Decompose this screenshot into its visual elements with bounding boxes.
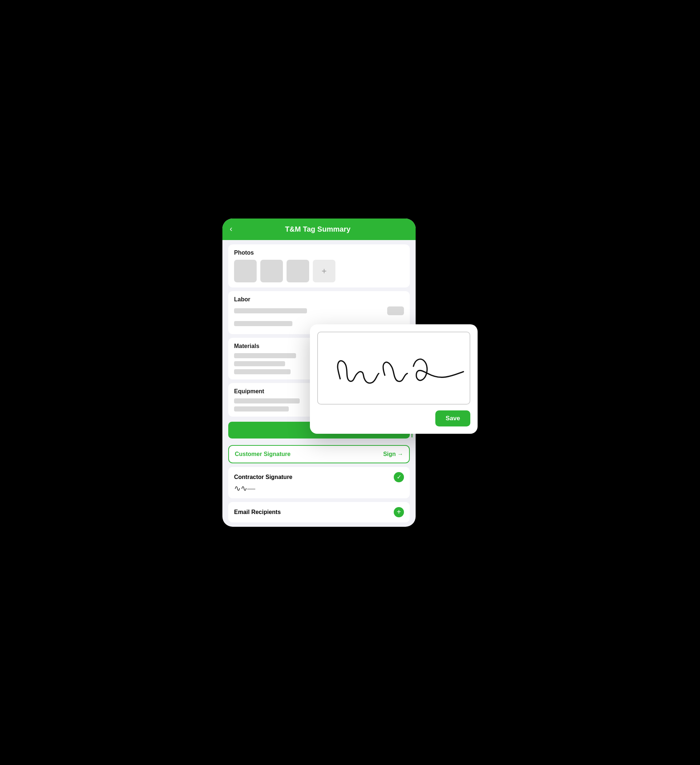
scene: ‹ T&M Tag Summary Photos + Labor [222,219,478,547]
email-add-icon[interactable]: + [394,507,404,517]
phone-header: ‹ T&M Tag Summary [222,219,416,240]
customer-signature-row[interactable]: Customer Signature Sign → [228,445,410,463]
save-button-container: Save [317,411,470,427]
photos-row: + [234,260,404,282]
labor-row-1 [234,307,404,318]
materials-skeleton-2 [234,361,285,366]
photos-title: Photos [234,250,404,256]
photo-thumb-2[interactable] [260,260,283,282]
email-recipients-row[interactable]: Email Recipients + [228,502,410,523]
labor-title: Labor [234,296,404,303]
equipment-skeleton-2 [234,406,289,411]
photos-section: Photos + [228,244,410,288]
customer-sign-button[interactable]: Sign → [383,451,403,458]
contractor-check-icon: ✓ [394,472,404,482]
photo-thumb-1[interactable] [234,260,257,282]
photo-add-button[interactable]: + [313,260,336,282]
materials-skeleton-3 [234,369,290,374]
signature-canvas[interactable] [317,332,470,405]
labor-skeleton-1 [234,308,307,313]
back-button[interactable]: ‹ [230,225,232,233]
labor-skeleton-3 [234,321,292,326]
contractor-signature-label: Contractor Signature [234,474,292,480]
labor-skeleton-2 [387,307,404,315]
page-title: T&M Tag Summary [238,225,397,233]
plus-icon: + [322,266,326,276]
signature-modal: Save [310,324,478,434]
save-button[interactable]: Save [435,411,470,427]
materials-skeleton-1 [234,353,296,358]
email-recipients-label: Email Recipients [234,509,281,515]
photo-thumb-3[interactable] [287,260,309,282]
contractor-signature-section: Contractor Signature ✓ ∿∿— [228,467,410,498]
customer-signature-label: Customer Signature [235,451,290,458]
contractor-signature-image: ∿∿— [234,484,404,493]
signature-drawing [318,332,469,404]
equipment-skeleton-1 [234,398,300,403]
